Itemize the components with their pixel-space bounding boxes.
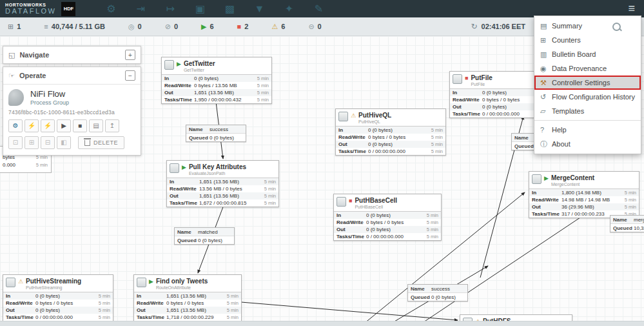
navigate-expand-button[interactable]: +: [125, 50, 135, 60]
template-save-button[interactable]: ▤: [89, 119, 103, 132]
connection-label[interactable]: Name success Queued 0 (0 bytes): [407, 284, 468, 301]
stat-value: 0 / 00:00:00.000: [35, 314, 96, 320]
template-icon[interactable]: ✦: [282, 3, 296, 15]
refresh-icon[interactable]: ↻: [471, 22, 477, 31]
stat-time-window: 5 min: [431, 134, 443, 140]
status-value: 0: [138, 23, 142, 30]
stat-label: Out: [164, 90, 194, 96]
processor-header: ■ PutHBaseCell PutHBaseCell: [334, 194, 441, 211]
search-icon[interactable]: [612, 23, 621, 31]
processor-node[interactable]: ⚠ PutHiveStreaming PutHiveStreaming In 0…: [3, 274, 113, 321]
stat-time-window: 5 min: [257, 83, 269, 88]
input-port-icon[interactable]: ⇥: [133, 3, 148, 15]
stat-value: 0 (0 bytes): [366, 212, 424, 218]
stop-button[interactable]: ■: [73, 119, 87, 132]
flow-history-icon: ↺: [540, 93, 552, 101]
process-group-icon[interactable]: ▣: [193, 3, 207, 15]
processor-header: ▶ Pull Key Attributes EvaluateJsonPath: [167, 161, 278, 178]
gear-icon: ⚙: [13, 123, 19, 129]
processor-name: PutHBaseCell: [355, 197, 397, 204]
menu-item-counters[interactable]: ⊞ Counters: [534, 33, 641, 47]
output-port-icon[interactable]: ↦: [163, 3, 177, 15]
processor-stat-row: Tasks/Time 0 / 00:00:00.000 5 min: [334, 233, 441, 240]
processor-stat-row: Out 0 (0 bytes) 5 min: [336, 141, 445, 148]
processor-type-label: PutFile: [471, 81, 492, 87]
menu-item-help[interactable]: ? Help: [534, 123, 641, 137]
connection-name-key: Name: [514, 135, 535, 141]
start-icon: ▶: [61, 123, 66, 129]
processor-node[interactable]: ⚠ PutHiveQL PutHiveQL In 0 (0 bytes) 5 m…: [335, 108, 446, 156]
stat-time-window: 5 min: [427, 227, 438, 232]
status-item: ⚠ 6: [271, 23, 285, 31]
processor-type-icon: [137, 278, 146, 287]
processor-stat-row: Read/Write 0 bytes / 0 bytes 5 min: [336, 134, 445, 141]
logo-line2: DATAFLOW: [5, 8, 56, 15]
processor-icon[interactable]: ⚙: [104, 3, 118, 15]
paste-button[interactable]: ⊟: [41, 136, 55, 149]
menu-item-bulletin-board[interactable]: ▥ Bulletin Board: [534, 47, 641, 61]
flow-type-label: Process Group: [30, 99, 69, 106]
stat-label: Out: [338, 141, 368, 147]
group-button[interactable]: ⊡: [8, 136, 23, 149]
menu-item-flow-configuration-history[interactable]: ↺ Flow Configuration History: [534, 90, 641, 104]
stopped-icon: ■: [237, 23, 242, 30]
status-item: ≡ 40,744 / 5.11 GB: [44, 23, 105, 30]
navigate-title: Navigate: [19, 51, 49, 59]
processor-stat-row: In 0 (0 bytes) 5 min: [162, 75, 271, 82]
connection-line[interactable]: [241, 302, 458, 320]
data-provenance-icon: ◉: [540, 65, 552, 73]
connection-queued: 0 (0 bytes): [210, 135, 234, 141]
gear-button[interactable]: ⚙: [8, 119, 23, 132]
label-icon[interactable]: ✎: [311, 3, 326, 15]
processor-stat-row: In 1,800 (14.98 MB) 5 min: [529, 189, 639, 196]
menu-item-templates[interactable]: ▱ Templates: [534, 104, 641, 118]
paste-icon: ⊟: [45, 139, 50, 146]
menu-item-controller-settings[interactable]: ⚒ Controller Settings: [534, 76, 641, 90]
stat-time-window: 5 min: [257, 90, 269, 96]
processor-stats: In 0 (0 bytes) 5 min Read/Write 0 bytes …: [334, 211, 441, 240]
processor-node[interactable]: ▶ MergeContent MergeContent In 1,800 (14…: [529, 171, 639, 218]
start-button[interactable]: ▶: [57, 119, 71, 132]
menu-item-about[interactable]: ⓘ About: [534, 137, 641, 151]
menu-item-label: Templates: [552, 107, 584, 115]
processor-name: MergeContent: [551, 174, 594, 181]
stat-label: Read/Write: [6, 300, 35, 306]
copy-button[interactable]: ⊞: [24, 136, 39, 149]
menu-item-data-provenance[interactable]: ◉ Data Provenance: [534, 61, 641, 76]
navigate-panel: ◱ Navigate +: [3, 46, 141, 64]
remote-process-group-icon[interactable]: ▩: [222, 3, 237, 15]
stat-time-window: 5 min: [227, 293, 239, 299]
operate-collapse-button[interactable]: −: [125, 70, 135, 81]
stat-value: 0 bytes / 0 bytes: [166, 300, 224, 306]
enable-button[interactable]: ⚡: [24, 119, 39, 132]
stat-label: In: [137, 293, 166, 299]
connection-name-row: Name success: [408, 285, 467, 293]
hamburger-menu-icon[interactable]: ≡: [623, 1, 640, 17]
connection-label[interactable]: Name merged Queued 10,320: [610, 215, 644, 232]
processor-stat-row: Out 0 (0 bytes) 5 min: [334, 226, 441, 233]
delete-button[interactable]: DELETE: [78, 136, 124, 149]
connection-line[interactable]: [418, 218, 580, 326]
stat-value: 1,950 / 00:00:00.432: [194, 97, 255, 103]
hortonworks-logo: HORTONWORKS DATAFLOW: [0, 3, 60, 15]
stat-label: Read/Write: [137, 300, 166, 306]
fill-color-button[interactable]: ◧: [57, 136, 71, 149]
status-value: 0: [318, 23, 322, 30]
flow-id: 7436f8bc-015c-1000-8611-ee3bccd1ed3a: [8, 109, 135, 116]
stat-value: 1,651 (13.56 MB): [199, 193, 262, 199]
processor-node[interactable]: ■ PutHBaseCell PutHBaseCell In 0 (0 byte…: [333, 194, 442, 241]
connection-label[interactable]: Name matched Queued 0 (0 bytes): [174, 227, 235, 245]
disabled-icon: ⊝: [308, 23, 314, 31]
disable-button[interactable]: ⚡: [41, 119, 55, 132]
stat-label: Tasks/Time: [337, 234, 366, 239]
horizontal-scrollbar[interactable]: [0, 321, 644, 326]
stat-value: 0 (0 bytes): [368, 141, 429, 147]
processor-stat-row: Out 1,651 (13.56 MB) 5 min: [134, 307, 241, 314]
menu-item-summary[interactable]: ▤ Summary: [534, 19, 641, 33]
funnel-icon[interactable]: ▼: [252, 3, 266, 15]
processor-node[interactable]: ▶ Find only Tweets RouteOnAttribute In 1…: [133, 274, 242, 321]
processor-node[interactable]: ▶ Pull Key Attributes EvaluateJsonPath I…: [166, 160, 279, 207]
processor-node[interactable]: ▶ GetTwitter GetTwitter In 0 (0 bytes) 5…: [161, 57, 272, 104]
connection-label[interactable]: Name success Queued 0 (0 bytes): [186, 125, 246, 142]
template-upload-button[interactable]: ↥: [105, 119, 119, 132]
